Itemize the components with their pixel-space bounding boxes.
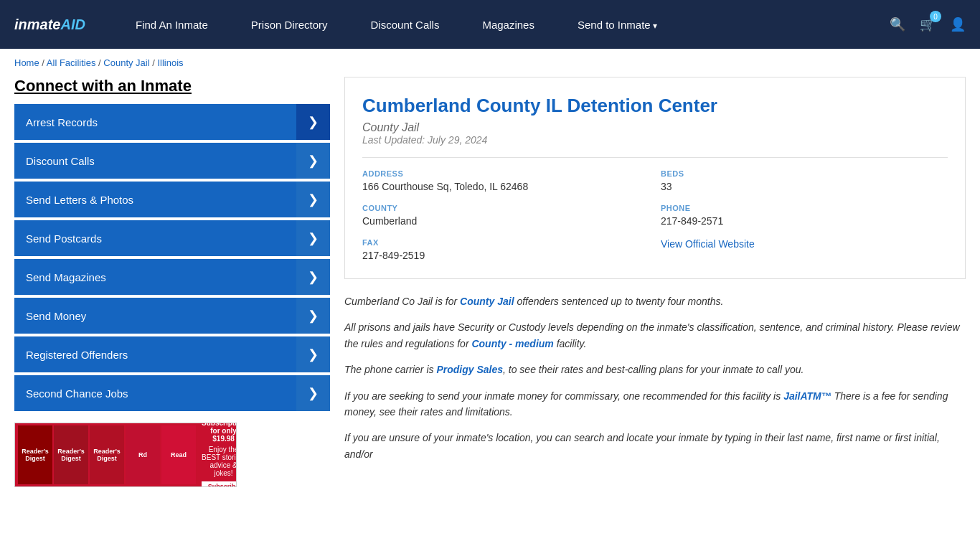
desc-para2-suffix: facility. [554, 338, 587, 349]
facility-title: Cumberland County IL Detention Center [362, 95, 948, 117]
list-item[interactable]: Registered Offenders ❯ [14, 336, 330, 372]
beds-label: BEDS [661, 169, 948, 178]
nav-magazines[interactable]: Magazines [461, 19, 556, 31]
county-medium-link[interactable]: County - medium [471, 338, 553, 349]
sidebar-arrow-send-magazines: ❯ [296, 259, 330, 295]
site-logo[interactable]: inmateAID [14, 17, 85, 33]
description-para1: Cumberland Co Jail is for County Jail of… [344, 293, 966, 309]
sidebar-arrow-send-postcards: ❯ [296, 220, 330, 256]
sidebar-menu: Arrest Records ❯ Discount Calls ❯ Send L… [14, 104, 330, 411]
list-item[interactable]: Discount Calls ❯ [14, 143, 330, 179]
breadcrumb-home[interactable]: Home [14, 57, 39, 68]
desc-para4-prefix: If you are seeking to send your inmate m… [344, 390, 783, 402]
sidebar-item-discount-calls[interactable]: Discount Calls [14, 143, 296, 179]
connect-title: Connect with an Inmate [14, 77, 330, 95]
desc-para3-prefix: The phone carrier is [344, 364, 436, 375]
description-para4: If you are seeking to send your inmate m… [344, 388, 966, 420]
desc-para3-suffix: , to see their rates and best-calling pl… [503, 364, 804, 375]
fax-value: 217-849-2519 [362, 250, 649, 261]
phone-value: 217-849-2571 [661, 215, 948, 227]
sidebar-item-send-magazines[interactable]: Send Magazines [14, 259, 296, 295]
sidebar-item-send-postcards[interactable]: Send Postcards [14, 220, 296, 256]
logo-atm: AID [60, 17, 85, 32]
sidebar-item-registered-offenders[interactable]: Registered Offenders [14, 336, 296, 372]
view-official-website-link[interactable]: View Official Website [661, 238, 755, 250]
main-nav: Find An Inmate Prison Directory Discount… [114, 19, 890, 31]
address-label: ADDRESS [362, 169, 649, 178]
facility-description: Cumberland Co Jail is for County Jail of… [344, 293, 966, 462]
breadcrumb-illinois[interactable]: Illinois [157, 57, 183, 68]
sidebar: Connect with an Inmate Arrest Records ❯ … [14, 77, 330, 487]
list-item[interactable]: Send Postcards ❯ [14, 220, 330, 256]
sidebar-arrow-send-money: ❯ [296, 298, 330, 334]
sidebar-item-send-money[interactable]: Send Money [14, 298, 296, 334]
sidebar-item-send-letters[interactable]: Send Letters & Photos [14, 182, 296, 217]
facility-subtitle: County Jail [362, 121, 948, 134]
list-item[interactable]: Send Letters & Photos ❯ [14, 182, 330, 217]
nav-find-inmate[interactable]: Find An Inmate [114, 19, 230, 31]
jailatm-link[interactable]: JailATM™ [783, 390, 831, 402]
nav-prison-directory[interactable]: Prison Directory [230, 19, 349, 31]
breadcrumb-all-facilities[interactable]: All Facilities [47, 57, 96, 68]
desc-para2-prefix: All prisons and jails have Security or C… [344, 321, 960, 349]
address-block: ADDRESS 166 Courthouse Sq, Toledo, IL 62… [362, 169, 649, 192]
facility-info: ADDRESS 166 Courthouse Sq, Toledo, IL 62… [362, 157, 948, 261]
breadcrumb-county-jail[interactable]: County Jail [103, 57, 149, 68]
beds-value: 33 [661, 181, 948, 192]
description-para3: The phone carrier is Prodigy Sales, to s… [344, 362, 966, 377]
facility-updated: Last Updated: July 29, 2024 [362, 134, 948, 146]
cart-badge: 0 [930, 11, 941, 22]
header-icons: 🔍 🛒 0 👤 [890, 17, 966, 32]
cart-icon[interactable]: 🛒 0 [920, 17, 936, 32]
breadcrumb: Home / All Facilities / County Jail / Il… [0, 49, 980, 77]
list-item[interactable]: Send Money ❯ [14, 298, 330, 334]
county-value: Cumberland [362, 215, 649, 227]
sidebar-arrow-discount-calls: ❯ [296, 143, 330, 179]
search-icon[interactable]: 🔍 [890, 17, 905, 32]
sidebar-arrow-send-letters: ❯ [296, 182, 330, 217]
nav-discount-calls[interactable]: Discount Calls [349, 19, 461, 31]
sidebar-item-arrest-records[interactable]: Arrest Records [14, 104, 296, 140]
user-icon[interactable]: 👤 [950, 17, 966, 32]
list-item[interactable]: Arrest Records ❯ [14, 104, 330, 140]
phone-block: PHONE 217-849-2571 [661, 204, 948, 227]
main-content: Connect with an Inmate Arrest Records ❯ … [0, 77, 980, 501]
beds-block: BEDS 33 [661, 169, 948, 192]
nav-send-to-inmate[interactable]: Send to Inmate [556, 19, 679, 31]
sidebar-arrow-registered-offenders: ❯ [296, 336, 330, 372]
county-block: COUNTY Cumberland [362, 204, 649, 227]
facility-card: Cumberland County IL Detention Center Co… [344, 77, 966, 279]
county-jail-link[interactable]: County Jail [460, 296, 514, 307]
sidebar-arrow-arrest-records: ❯ [296, 104, 330, 140]
phone-label: PHONE [661, 204, 948, 212]
address-value: 166 Courthouse Sq, Toledo, IL 62468 [362, 181, 649, 192]
fax-block: FAX 217-849-2519 [362, 238, 649, 261]
sidebar-arrow-second-chance-jobs: ❯ [296, 375, 330, 411]
list-item[interactable]: Second Chance Jobs ❯ [14, 375, 330, 411]
prodigy-sales-link[interactable]: Prodigy Sales [436, 364, 503, 375]
list-item[interactable]: Send Magazines ❯ [14, 259, 330, 295]
site-header: inmateAID Find An Inmate Prison Director… [0, 0, 980, 49]
facility-content: Cumberland County IL Detention Center Co… [344, 77, 966, 487]
description-para5: If you are unsure of your inmate's locat… [344, 430, 966, 462]
logo-text: inmateAID [14, 17, 85, 33]
desc-para1-prefix: Cumberland Co Jail is for [344, 296, 460, 307]
county-label: COUNTY [362, 204, 649, 212]
description-para2: All prisons and jails have Security or C… [344, 319, 966, 352]
website-block: View Official Website [661, 238, 948, 261]
desc-para1-suffix: offenders sentenced up to twenty four mo… [514, 296, 724, 307]
ad-banner[interactable]: Reader'sDigest Reader'sDigest Reader'sDi… [14, 423, 237, 487]
sidebar-item-second-chance-jobs[interactable]: Second Chance Jobs [14, 375, 296, 411]
fax-label: FAX [362, 238, 649, 247]
